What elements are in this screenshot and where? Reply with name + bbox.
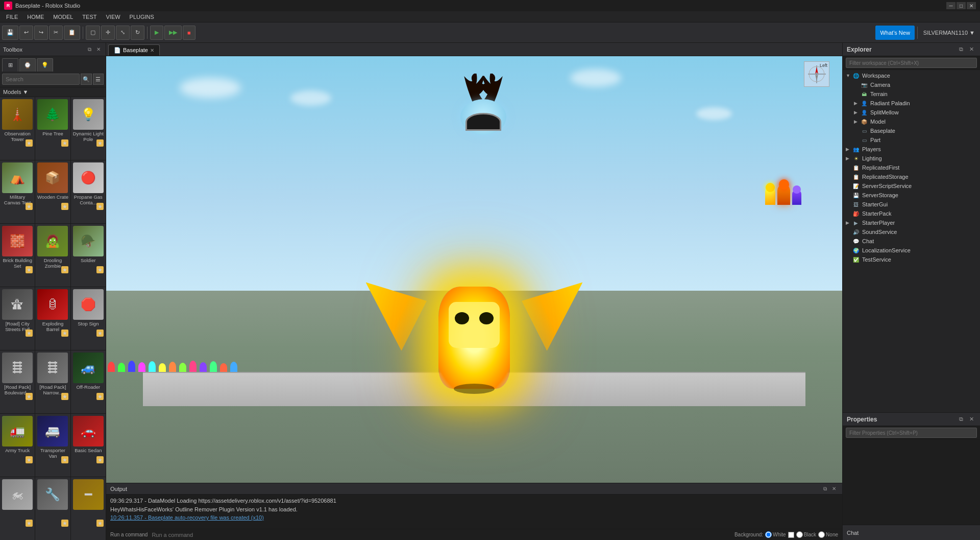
tree-item-server-storage[interactable]: 💾 ServerStorage (843, 191, 980, 200)
toolbox-tab-inventory[interactable]: 💡 (37, 58, 53, 72)
tree-item-starter-player[interactable]: ▶ ▶ StarterPlayer (843, 218, 980, 227)
list-item[interactable]: 🛤 [Road Pack] Boulevard... ★ (0, 350, 35, 413)
list-item[interactable]: 🔴 Propane Gas Conta... ★ (71, 160, 106, 223)
menu-view[interactable]: VIEW (102, 13, 124, 21)
tree-item-test-service[interactable]: ✅ TestService (843, 255, 980, 264)
properties-close-button[interactable]: ✕ (967, 415, 976, 424)
menu-plugins[interactable]: PLUGINS (126, 13, 158, 21)
tree-item-localization[interactable]: 🌍 LocalizationService (843, 246, 980, 255)
viewport[interactable]: Left (106, 56, 842, 483)
minimize-button[interactable]: ─ (946, 2, 955, 9)
toolbar-undo[interactable]: ↩ (19, 26, 33, 40)
search-input[interactable] (2, 74, 80, 85)
list-item[interactable]: 🧟 Drooling Zombie ★ (35, 224, 70, 287)
toolbar-select[interactable]: ▢ (86, 26, 100, 40)
tree-item-starter-gui[interactable]: 🖼 StarterGui (843, 200, 980, 209)
list-item[interactable]: 🛑 Stop Sign ★ (71, 287, 106, 350)
filter-workspace-input[interactable] (846, 58, 977, 68)
toolbox-tab-recent[interactable]: ⌚ (19, 58, 36, 72)
output-expand-button[interactable]: ⧉ (821, 485, 829, 493)
tree-arrow[interactable]: ▶ (846, 156, 852, 161)
toolbox-tab-grid[interactable]: ⊞ (2, 58, 18, 72)
tree-arrow[interactable]: ▶ (854, 119, 860, 124)
list-item[interactable]: ⛺ Military Canvas Tent ★ (0, 160, 35, 223)
list-item[interactable]: 💡 Dynamic Light Pole ★ (71, 97, 106, 160)
menu-test[interactable]: TEST (78, 13, 101, 21)
tree-item-camera[interactable]: 📷 Camera (843, 80, 980, 89)
list-item[interactable]: 🚙 Off-Roader ★ (71, 350, 106, 413)
tree-item-radiant-paladin[interactable]: ▶ 👤 Radiant Paladin (843, 99, 980, 108)
list-item[interactable]: 🧱 Brick Building Set ★ (0, 224, 35, 287)
explorer-expand-button[interactable]: ⧉ (957, 45, 966, 54)
bg-none-option[interactable]: None (818, 531, 838, 538)
list-item[interactable]: 🪖 Soldier ★ (71, 224, 106, 287)
tree-item-workspace[interactable]: ▼ 🌐 Workspace (843, 71, 980, 80)
toolbar-scale[interactable]: ⤡ (116, 26, 130, 40)
toolbar-move[interactable]: ✛ (101, 26, 115, 40)
bg-black-radio[interactable] (796, 531, 803, 538)
user-label: SILVERMAN1110 ▼ (920, 30, 978, 36)
toolbar-rotate[interactable]: ↻ (131, 26, 144, 40)
toolbox-expand-button[interactable]: ⧉ (85, 45, 93, 54)
tree-arrow[interactable]: ▶ (854, 101, 860, 106)
bg-white-radio[interactable] (765, 531, 772, 538)
toolbox-close-button[interactable]: ✕ (94, 45, 103, 54)
bg-black-option[interactable]: Black (796, 531, 816, 538)
toolbar-playclient[interactable]: ▶▶ (164, 26, 182, 40)
toolbar-play[interactable]: ▶ (150, 26, 163, 40)
tree-item-starter-pack[interactable]: 🎒 StarterPack (843, 209, 980, 218)
tab-close-button[interactable]: ✕ (150, 48, 154, 53)
toolbar-stop[interactable]: ■ (183, 26, 195, 40)
bg-none-radio[interactable] (818, 531, 825, 538)
properties-expand-button[interactable]: ⧉ (957, 415, 966, 424)
tree-item-players[interactable]: ▶ 👥 Players (843, 145, 980, 154)
maximize-button[interactable]: □ (957, 2, 966, 9)
toolbar-redo[interactable]: ↪ (34, 26, 48, 40)
close-button[interactable]: ✕ (967, 2, 976, 9)
output-close-button[interactable]: ✕ (830, 485, 838, 493)
list-item[interactable]: 📦 Wooden Crate ★ (35, 160, 70, 223)
explorer-close-button[interactable]: ✕ (967, 45, 976, 54)
list-item[interactable]: ━ ★ (71, 477, 106, 540)
tree-item-sound-service[interactable]: 🔊 SoundService (843, 227, 980, 237)
tree-item-replicated-storage[interactable]: 📋 ReplicatedStorage (843, 172, 980, 181)
list-item[interactable]: 🛢 Exploding Barrel ★ (35, 287, 70, 350)
list-item[interactable]: 🚐 Transporter Van ★ (35, 414, 70, 477)
tree-item-splitmellow[interactable]: ▶ 👤 SplitMellow (843, 108, 980, 117)
list-item[interactable]: 🛣 [Road] City Streets Full ★ (0, 287, 35, 350)
tree-arrow[interactable]: ▶ (854, 110, 860, 115)
bg-white-option[interactable]: White (765, 531, 794, 538)
toolbar-save[interactable]: 💾 (2, 26, 18, 40)
tree-item-baseplate[interactable]: ▭ Baseplate (843, 126, 980, 135)
tree-item-terrain[interactable]: 🏔 Terrain (843, 89, 980, 99)
toolbar-cut[interactable]: ✂ (49, 26, 63, 40)
menu-model[interactable]: MODEL (49, 13, 77, 21)
tree-item-server-script[interactable]: 📝 ServerScriptService (843, 181, 980, 191)
tree-arrow[interactable]: ▼ (846, 73, 852, 78)
list-item[interactable]: 🌲 Pine Tree ★ (35, 97, 70, 160)
list-item[interactable]: 🛤 [Road Pack] Narrow... ★ (35, 350, 70, 413)
tree-item-replicated-first[interactable]: 📋 ReplicatedFirst (843, 163, 980, 172)
filter-properties-input[interactable] (846, 428, 977, 438)
tree-item-part[interactable]: ▭ Part (843, 135, 980, 145)
tree-arrow[interactable]: ▶ (846, 220, 852, 225)
menu-home[interactable]: HOME (23, 13, 48, 21)
tree-item-lighting[interactable]: ▶ ☀ Lighting (843, 154, 980, 163)
tree-item-chat[interactable]: 💬 Chat (843, 237, 980, 246)
whats-new-button[interactable]: What's New (875, 26, 914, 40)
toolbar-copy[interactable]: 📋 (64, 26, 80, 40)
filter-button[interactable]: ☰ (93, 74, 104, 85)
menu-file[interactable]: FILE (2, 13, 22, 21)
list-item[interactable]: 🔧 ★ (35, 477, 70, 540)
tab-baseplate[interactable]: 📄 Baseplate ✕ (108, 44, 160, 56)
output-line-link[interactable]: 10:26:11.357 - Baseplate auto-recovery f… (110, 513, 838, 522)
list-item[interactable]: 🗼 Observation Tower ★ (0, 97, 35, 160)
tree-item-model[interactable]: ▶ 📦 Model (843, 117, 980, 126)
list-item[interactable]: 🚗 Basic Sedan ★ (71, 414, 106, 477)
command-input[interactable] (152, 532, 222, 538)
search-button[interactable]: 🔍 (81, 74, 92, 85)
tree-arrow[interactable]: ▶ (846, 147, 852, 152)
list-item[interactable]: 🏍 ★ (0, 477, 35, 540)
models-dropdown[interactable]: Models ▼ (0, 87, 106, 97)
list-item[interactable]: 🚛 Army Truck ★ (0, 414, 35, 477)
